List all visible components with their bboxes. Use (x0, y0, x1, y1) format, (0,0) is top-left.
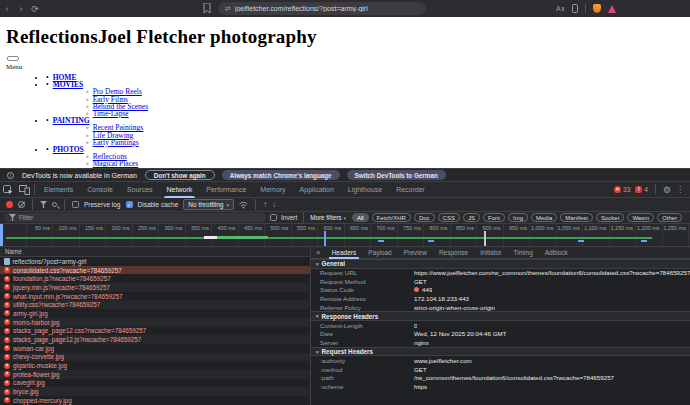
translate-icon[interactable]: A (556, 4, 565, 13)
tab-application[interactable]: Application (293, 181, 341, 198)
table-row[interactable]: ×stacks_page_page12.css?rwcache=78465925… (0, 327, 310, 336)
details-tab-initiator[interactable]: Initiator (474, 247, 507, 259)
header-value-text: /rw_common/themes/foundation6/consolidat… (414, 374, 614, 381)
network-overview[interactable]: 50 ms100 ms150 ms200 ms250 ms300 ms350 m… (0, 224, 690, 247)
nav-link[interactable]: PAINTING (53, 116, 90, 125)
table-row[interactable]: ×consolidated.css?rwcache=784659257 (0, 266, 310, 275)
forward-icon[interactable]: › (14, 4, 28, 14)
tab-sources[interactable]: Sources (120, 181, 160, 198)
close-icon[interactable]: × (311, 248, 326, 257)
table-row[interactable]: ×cavegirl.jpg (0, 379, 310, 388)
table-row[interactable]: ×jquery.min.js?rwcache=784659257 (0, 283, 310, 292)
table-row[interactable]: ×morro-harbor.jpg (0, 318, 310, 327)
tab-recorder[interactable]: Recorder (389, 181, 432, 198)
site-info-icon[interactable]: ⇄ (225, 5, 231, 13)
infobar-button[interactable]: Always match Chrome's language (222, 170, 340, 180)
filter-chip-other[interactable]: Other (657, 213, 682, 222)
section-header[interactable]: ▾Request Headers (311, 347, 690, 357)
filter-chip-img[interactable]: Img (508, 213, 528, 222)
details-tab-response[interactable]: Response (433, 247, 474, 259)
throttling-select[interactable]: No throttling ▾ (183, 199, 234, 210)
import-har-icon[interactable]: ↑ (263, 200, 267, 209)
search-icon[interactable] (52, 202, 57, 207)
filter-chip-socket[interactable]: Socket (596, 213, 624, 222)
filter-chip-css[interactable]: CSS (438, 213, 460, 222)
reload-icon[interactable]: ⟳ (28, 4, 42, 14)
filter-chip-fetchxhr[interactable]: Fetch/XHR (372, 213, 411, 222)
table-row[interactable]: ×protea-flower.jpg (0, 370, 310, 379)
table-row[interactable]: ×foundation.js?rwcache=784659257 (0, 274, 310, 283)
invert-checkbox[interactable] (270, 214, 277, 221)
bookmark-icon[interactable] (203, 3, 211, 13)
tab-elements[interactable]: Elements (37, 181, 80, 198)
address-bar[interactable]: ⇄ joelfletcher.com/reflections/?post=arm… (218, 2, 426, 15)
table-row[interactable]: ×bryce.jpg (0, 387, 310, 396)
more-filters-button[interactable]: More filters ▾ (310, 214, 346, 221)
error-icon: × (4, 284, 10, 290)
clear-button[interactable] (18, 201, 25, 208)
preserve-log-checkbox[interactable] (72, 201, 79, 208)
filter-chip-doc[interactable]: Doc (414, 213, 435, 222)
tab-memory[interactable]: Memory (253, 181, 292, 198)
tab-network[interactable]: Network (160, 181, 200, 198)
table-row[interactable]: reflections/?post=army-girl (0, 257, 310, 266)
tab-lighthouse[interactable]: Lighthouse (341, 181, 389, 198)
triangle-extension-icon[interactable] (608, 5, 616, 13)
table-row[interactable]: ×utility.css?rwcache=784659257 (0, 300, 310, 309)
details-tab-headers[interactable]: Headers (326, 247, 363, 259)
table-row[interactable]: ×stacks_page_page12.js?rwcache=784659257 (0, 335, 310, 344)
shield-extension-icon[interactable] (593, 4, 601, 13)
filter-chip-media[interactable]: Media (531, 213, 557, 222)
disable-cache-checkbox[interactable]: ✓ (126, 201, 133, 208)
filter-toggle-icon[interactable] (40, 201, 47, 208)
invert-label[interactable]: Invert (281, 214, 297, 221)
overflow-menu-icon[interactable]: ⋮ (676, 185, 684, 194)
details-tab-payload[interactable]: Payload (362, 247, 398, 259)
details-tab-preview[interactable]: Preview (398, 247, 433, 259)
table-row[interactable]: ×what-input.min.js?rwcache=784659257 (0, 292, 310, 301)
menu-label[interactable]: Menu (6, 63, 22, 71)
header-value: /rw_common/themes/foundation6/consolidat… (414, 374, 614, 381)
tab-performance[interactable]: Performance (199, 181, 253, 198)
settings-gear-icon[interactable]: ⚙ (663, 185, 671, 195)
filter-chip-all[interactable]: All (352, 213, 369, 222)
infobar-button[interactable]: Don't show again (145, 170, 215, 180)
infobar-button[interactable]: Switch DevTools to German (347, 170, 446, 180)
network-conditions-icon[interactable] (239, 201, 248, 209)
section-header[interactable]: ▾General (311, 259, 690, 269)
details-tab-timing[interactable]: Timing (507, 247, 538, 259)
table-row[interactable]: ×chopped-mercury.jpg (0, 396, 310, 405)
nav-link[interactable]: MOVIES (53, 80, 83, 89)
nav-sublink[interactable]: Magical Places (93, 159, 139, 168)
table-row[interactable]: ×gigantic-muskie.jpg (0, 361, 310, 370)
issues-badge[interactable]: ! 4 (635, 186, 648, 193)
back-icon[interactable]: ‹ (0, 4, 14, 14)
filter-chip-manifest[interactable]: Manifest (560, 213, 593, 222)
table-row[interactable]: ×woman-car.jpg (0, 344, 310, 353)
tab-console[interactable]: Console (80, 181, 120, 198)
filter-chip-js[interactable]: JS (463, 213, 480, 222)
menu-toggle-icon[interactable] (7, 56, 19, 61)
error-badge[interactable]: × 33 (614, 186, 630, 193)
filter-chip-font[interactable]: Font (483, 213, 505, 222)
error-icon: × (4, 310, 10, 316)
nav-sublink[interactable]: Early Paintings (93, 138, 139, 147)
device-toolbar-icon[interactable] (16, 181, 32, 198)
record-button[interactable] (6, 201, 13, 208)
table-row[interactable]: ×chevy-corvette.jpg (0, 353, 310, 362)
filter-field[interactable] (4, 213, 266, 222)
nav-sublink[interactable]: Time-Lapse (93, 109, 129, 118)
screen: ‹ › ⟳ ⇄ joelfletcher.com/reflections/?po… (0, 0, 690, 405)
name-column-header[interactable]: Name (0, 247, 310, 257)
nav-link[interactable]: PHOTOS (53, 145, 84, 154)
export-har-icon[interactable]: ↓ (272, 200, 276, 209)
disable-cache-label[interactable]: Disable cache (138, 201, 179, 208)
filter-chip-wasm[interactable]: Wasm (627, 213, 654, 222)
device-extension-icon[interactable] (572, 4, 578, 13)
section-header[interactable]: ▾Response Headers (311, 311, 690, 321)
details-tab-adblock[interactable]: Adblock (539, 247, 574, 259)
filter-input[interactable] (19, 214, 219, 221)
preserve-log-label[interactable]: Preserve log (84, 201, 121, 208)
inspect-element-icon[interactable] (0, 181, 16, 198)
table-row[interactable]: ×army-girl.jpg (0, 309, 310, 318)
